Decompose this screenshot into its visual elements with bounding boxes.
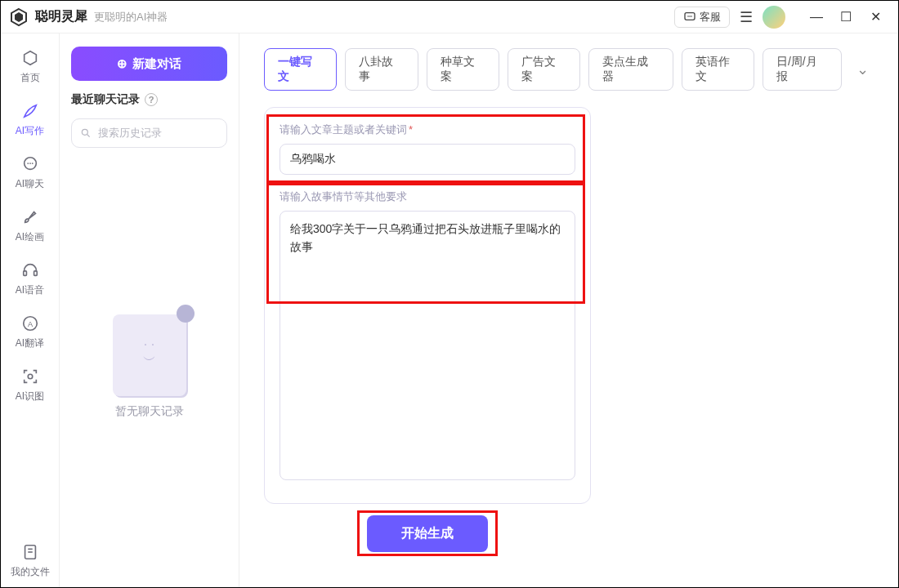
- svg-point-4: [689, 16, 691, 17]
- svg-point-9: [29, 163, 31, 164]
- svg-line-20: [87, 135, 90, 137]
- close-button[interactable]: ✕: [861, 9, 890, 24]
- brush-icon: [20, 207, 40, 227]
- app-tagline: 更聪明的AI神器: [94, 10, 168, 24]
- history-panel: ⊕ 新建对话 最近聊天记录 ? 搜索历史记录 · ·︶ 暂无聊天记录: [60, 33, 239, 587]
- file-icon: [20, 542, 40, 562]
- required-asterisk: *: [409, 123, 413, 136]
- sidebar-item-voice[interactable]: AI语音: [1, 252, 59, 305]
- svg-point-19: [82, 129, 87, 135]
- topic-label: 请输入文章主题或者关键词*: [280, 122, 575, 137]
- tab-report[interactable]: 日/周/月报: [763, 48, 842, 91]
- new-chat-button[interactable]: ⊕ 新建对话: [71, 47, 227, 81]
- chat-icon: [20, 154, 40, 174]
- expand-tabs-button[interactable]: ⌄: [850, 57, 875, 82]
- sidebar-item-label: AI聊天: [16, 177, 44, 191]
- form-card: 请输入文章主题或者关键词* 请输入故事情节等其他要求: [264, 107, 591, 504]
- customer-service-label: 客服: [700, 10, 721, 24]
- template-tabs: 一键写文 八卦故事 种草文案 广告文案 卖点生成器 英语作文 日/周/月报 ⌄: [264, 48, 875, 91]
- new-chat-label: 新建对话: [132, 56, 181, 72]
- field-topic: 请输入文章主题或者关键词*: [265, 122, 590, 175]
- tab-ad[interactable]: 广告文案: [508, 48, 580, 91]
- minimize-button[interactable]: —: [802, 10, 831, 24]
- topic-input[interactable]: [280, 144, 575, 175]
- sidebar: 首页 AI写作 AI聊天 AI绘画 AI语音 A AI翻译 AI识图: [1, 33, 60, 587]
- sidebar-item-label: AI绘画: [16, 230, 44, 244]
- chevron-down-icon: ⌄: [857, 61, 869, 78]
- svg-text:A: A: [27, 320, 33, 328]
- sidebar-item-label: AI写作: [16, 124, 44, 138]
- sidebar-item-label: AI识图: [16, 390, 44, 403]
- sidebar-item-home[interactable]: 首页: [1, 40, 59, 93]
- avatar[interactable]: [763, 6, 785, 29]
- svg-point-3: [687, 16, 689, 17]
- headphones-icon: [20, 261, 40, 280]
- app-logo-icon: [9, 7, 29, 27]
- main-area: 一键写文 八卦故事 种草文案 广告文案 卖点生成器 英语作文 日/周/月报 ⌄ …: [239, 33, 898, 587]
- titlebar: 聪明灵犀 更聪明的AI神器 客服 ☰ — ☐ ✕: [1, 1, 898, 33]
- svg-marker-6: [24, 51, 36, 65]
- sidebar-item-label: AI语音: [16, 283, 44, 297]
- tab-seed[interactable]: 种草文案: [427, 48, 499, 91]
- tab-one-click[interactable]: 一键写文: [264, 48, 337, 91]
- sidebar-item-translate[interactable]: A AI翻译: [1, 305, 59, 359]
- chat-bubble-icon: [683, 11, 696, 24]
- help-icon[interactable]: ?: [145, 93, 158, 106]
- sidebar-item-chat[interactable]: AI聊天: [1, 146, 59, 199]
- search-icon: [80, 127, 92, 139]
- empty-history: · ·︶ 暂无聊天记录: [71, 159, 227, 574]
- sidebar-item-ocr[interactable]: AI识图: [1, 359, 59, 412]
- history-title-text: 最近聊天记录: [71, 92, 140, 107]
- svg-marker-1: [15, 12, 23, 22]
- detail-label: 请输入故事情节等其他要求: [280, 189, 575, 204]
- history-title: 最近聊天记录 ?: [71, 92, 227, 107]
- svg-point-8: [27, 163, 29, 164]
- sidebar-item-label: 首页: [20, 71, 40, 85]
- hamburger-menu-icon[interactable]: ☰: [738, 8, 754, 26]
- empty-notepad-icon: · ·︶: [113, 314, 186, 396]
- generate-wrap: 开始生成: [264, 515, 591, 552]
- svg-point-5: [691, 16, 692, 17]
- scan-icon: [20, 367, 40, 386]
- translate-icon: A: [20, 314, 40, 333]
- field-detail: 请输入故事情节等其他要求: [265, 189, 590, 480]
- svg-rect-11: [23, 271, 26, 276]
- sidebar-item-label: 我的文件: [11, 565, 50, 579]
- app-name: 聪明灵犀: [35, 8, 87, 25]
- generate-button[interactable]: 开始生成: [367, 515, 488, 552]
- topic-label-text: 请输入文章主题或者关键词: [280, 123, 407, 136]
- empty-history-text: 暂无聊天记录: [115, 404, 184, 419]
- sidebar-item-label: AI翻译: [16, 336, 44, 350]
- search-input[interactable]: 搜索历史记录: [71, 118, 227, 148]
- svg-point-10: [31, 163, 33, 164]
- svg-point-15: [28, 374, 33, 379]
- customer-service-button[interactable]: 客服: [674, 7, 730, 28]
- sidebar-item-draw[interactable]: AI绘画: [1, 199, 59, 252]
- sidebar-item-files[interactable]: 我的文件: [1, 534, 59, 587]
- sidebar-item-write[interactable]: AI写作: [1, 93, 59, 146]
- plus-icon: ⊕: [117, 56, 127, 71]
- svg-rect-12: [34, 271, 37, 276]
- detail-textarea[interactable]: [280, 211, 575, 480]
- tab-gossip[interactable]: 八卦故事: [345, 48, 418, 91]
- tab-selling[interactable]: 卖点生成器: [588, 48, 673, 91]
- pen-icon: [20, 101, 40, 121]
- cube-icon: [20, 48, 40, 68]
- tab-english[interactable]: 英语作文: [682, 48, 754, 91]
- search-placeholder: 搜索历史记录: [98, 126, 162, 140]
- maximize-button[interactable]: ☐: [831, 9, 861, 24]
